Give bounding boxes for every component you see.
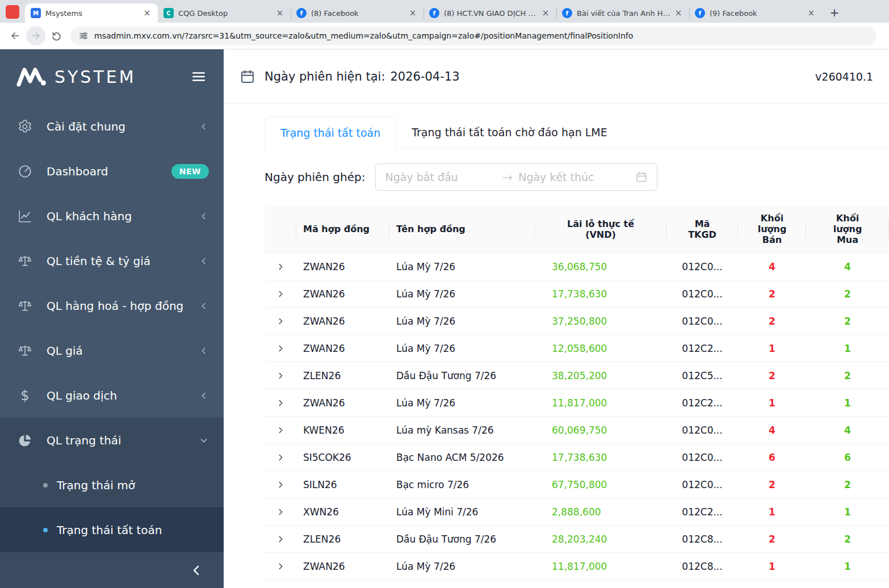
sell-volume-cell: 4 bbox=[738, 261, 806, 272]
back-button[interactable] bbox=[6, 26, 25, 45]
contract-name-cell: Lúa mỳ Kansas 7/26 bbox=[389, 425, 535, 436]
scales-icon bbox=[17, 298, 33, 314]
sidebar-item-cai-dat-chung[interactable]: Cài đặt chung bbox=[0, 104, 224, 149]
sell-volume-cell: 2 bbox=[738, 534, 806, 545]
close-tab-icon[interactable]: × bbox=[806, 8, 816, 18]
expand-row-button[interactable] bbox=[273, 259, 288, 274]
sidebar-item-dashboard[interactable]: Dashboard NEW bbox=[0, 149, 224, 194]
date-range-picker[interactable]: → bbox=[375, 163, 657, 191]
close-tab-icon[interactable]: × bbox=[408, 8, 418, 18]
sidebar-subitem-trang-thai-mo[interactable]: Trạng thái mở bbox=[0, 463, 224, 507]
chevron-left-icon bbox=[199, 256, 209, 266]
session-date: Ngày phiên hiện tại: 2026-04-13 bbox=[265, 70, 460, 83]
facebook-favicon: f bbox=[695, 8, 705, 18]
tab-tat-toan-cho-dao-han-lme[interactable]: Trạng thái tất toán chờ đáo hạn LME bbox=[396, 116, 623, 148]
expand-row-button[interactable] bbox=[273, 450, 288, 465]
contract-code-cell: ZWAN26 bbox=[296, 561, 389, 572]
sidebar-subitem-trang-thai-tat-toan[interactable]: Trạng thái tất toán bbox=[0, 507, 224, 552]
account-cell: 012C8... bbox=[666, 561, 738, 572]
calendar-icon[interactable] bbox=[635, 171, 648, 183]
forward-icon bbox=[30, 30, 41, 41]
header-account: Mã TKGD bbox=[666, 205, 738, 253]
sidebar-collapse-button[interactable] bbox=[0, 552, 224, 588]
browser-tab-msystems[interactable]: M Msystems × bbox=[25, 3, 158, 23]
header-buy-volume: Khối lượng Mua bbox=[806, 205, 889, 253]
contract-code-cell: SI5COK26 bbox=[296, 452, 389, 463]
session-date-label: Ngày phiên hiện tại: bbox=[265, 70, 385, 83]
expand-row-button[interactable] bbox=[273, 505, 288, 519]
table-row: KWEN26 Lúa mỳ Kansas 7/26 60,069,750 012… bbox=[265, 417, 889, 444]
sidebar-item-label: QL hàng hoá - hợp đồng bbox=[47, 299, 185, 313]
pnl-cell: 38,205,200 bbox=[535, 370, 666, 381]
sell-volume-cell: 4 bbox=[738, 425, 806, 436]
sidebar-item-ql-khach-hang[interactable]: QL khách hàng bbox=[0, 194, 224, 238]
facebook-favicon: f bbox=[429, 8, 439, 18]
contract-code-cell: ZWAN26 bbox=[296, 288, 389, 300]
buy-volume-cell: 2 bbox=[806, 479, 889, 490]
browser-tab-hct[interactable]: f (8) HCT.VN GIAO DỊCH HÀNG H × bbox=[423, 3, 556, 23]
sidebar-item-ql-hang-hoa[interactable]: QL hàng hoá - hợp đồng bbox=[0, 283, 224, 328]
close-tab-icon[interactable]: × bbox=[142, 8, 152, 18]
forward-button[interactable] bbox=[26, 26, 45, 45]
msystems-favicon: M bbox=[31, 8, 41, 18]
hamburger-menu-icon[interactable] bbox=[188, 68, 209, 85]
calendar-icon bbox=[240, 69, 255, 85]
browser-tab-baiviet[interactable]: f Bài viết của Tran Anh Hung - 24 × bbox=[556, 3, 689, 23]
contract-code-cell: ZWAN26 bbox=[296, 316, 389, 327]
expand-row-button[interactable] bbox=[273, 559, 288, 574]
reload-button[interactable] bbox=[47, 26, 66, 45]
buy-volume-cell: 1 bbox=[806, 561, 889, 572]
close-tab-icon[interactable]: × bbox=[540, 8, 551, 18]
sidebar-item-ql-tien-te[interactable]: QL tiền tệ & tỷ giá bbox=[0, 238, 224, 283]
table-header-row: Mã hợp đồng Tên hợp đồng Lãi lỗ thực tế … bbox=[265, 205, 889, 253]
content-panel: Trạng thái tất toán Trạng thái tất toán … bbox=[224, 104, 889, 588]
end-date-input[interactable] bbox=[518, 171, 630, 183]
filter-label: Ngày phiên ghép: bbox=[265, 170, 365, 184]
tab-title: (8) Facebook bbox=[311, 9, 405, 18]
buy-volume-cell: 2 bbox=[806, 316, 889, 327]
pnl-cell: 12,058,600 bbox=[535, 343, 666, 354]
expand-row-button[interactable] bbox=[273, 314, 288, 329]
url-input[interactable] bbox=[94, 31, 869, 40]
sidebar-item-ql-giao-dich[interactable]: $ QL giao dịch bbox=[0, 373, 224, 418]
expand-row-button[interactable] bbox=[273, 396, 288, 410]
pnl-cell: 11,817,000 bbox=[535, 561, 666, 572]
omnibox[interactable] bbox=[70, 27, 877, 45]
account-cell: 012C5... bbox=[666, 370, 738, 381]
account-cell: 012C0... bbox=[666, 479, 738, 490]
chevron-right-icon bbox=[276, 507, 285, 516]
new-tab-button[interactable]: + bbox=[827, 5, 842, 20]
expand-row-button[interactable] bbox=[273, 341, 288, 356]
header-expand bbox=[265, 205, 296, 253]
expand-row-button[interactable] bbox=[273, 532, 288, 547]
browser-tab-facebook-2[interactable]: f (9) Facebook × bbox=[689, 3, 822, 23]
expand-row-button[interactable] bbox=[273, 423, 288, 438]
header-sell-volume: Khối lượng Bán bbox=[738, 205, 806, 253]
buy-volume-cell: 4 bbox=[806, 425, 889, 436]
buy-volume-cell: 1 bbox=[806, 506, 889, 518]
close-tab-icon[interactable]: × bbox=[673, 8, 683, 18]
chevron-right-icon bbox=[276, 426, 285, 435]
close-tab-icon[interactable]: × bbox=[275, 8, 285, 18]
sidebar-item-ql-gia[interactable]: QL giá bbox=[0, 328, 224, 373]
buy-volume-cell: 2 bbox=[806, 370, 889, 381]
start-date-input[interactable] bbox=[385, 171, 496, 183]
browser-tab-cqg[interactable]: C CQG Desktop × bbox=[158, 3, 291, 23]
expand-row-button[interactable] bbox=[273, 287, 288, 301]
tab-trang-thai-tat-toan[interactable]: Trạng thái tất toán bbox=[265, 116, 396, 149]
table-row: SI5COK26 Bạc Nano ACM 5/2026 17,738,630 … bbox=[265, 444, 889, 471]
browser-tab-facebook-1[interactable]: f (8) Facebook × bbox=[291, 3, 423, 23]
cqg-favicon: C bbox=[163, 8, 174, 18]
chevron-left-icon bbox=[199, 390, 209, 401]
expand-row-button[interactable] bbox=[273, 368, 288, 383]
main-header: Ngày phiên hiện tại: 2026-04-13 v260410.… bbox=[224, 49, 889, 104]
contract-name-cell: Lúa Mỳ 7/26 bbox=[389, 561, 535, 572]
bullet-dot-icon bbox=[43, 483, 48, 488]
expand-row-button[interactable] bbox=[273, 477, 288, 492]
contract-name-cell: Lúa Mỳ 7/26 bbox=[389, 261, 535, 272]
site-settings-icon[interactable] bbox=[78, 31, 89, 41]
arrow-right-icon: → bbox=[502, 170, 513, 184]
sidebar-item-ql-trang-thai[interactable]: QL trạng thái bbox=[0, 418, 224, 463]
line-chart-icon bbox=[17, 208, 33, 224]
sidebar-item-label: Dashboard bbox=[47, 165, 158, 178]
